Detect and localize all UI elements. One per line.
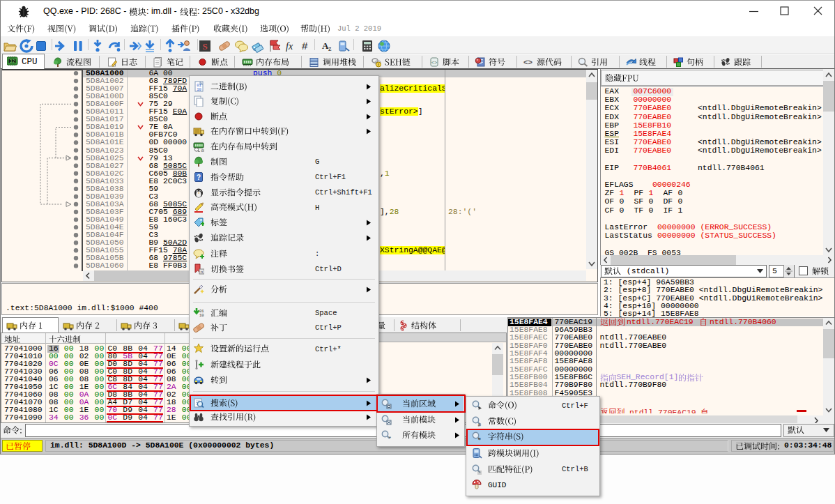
svg-text:10: 10 xyxy=(199,313,204,318)
svg-text:n: n xyxy=(201,270,203,274)
svg-text:fx: fx xyxy=(286,41,293,52)
svg-text:S: S xyxy=(202,41,207,52)
svg-text:32: 32 xyxy=(10,59,15,64)
svg-text:#: # xyxy=(478,421,482,427)
svg-text:10: 10 xyxy=(197,87,201,92)
svg-text:<>: <> xyxy=(523,58,533,66)
svg-text:<>: <> xyxy=(431,60,437,65)
svg-text:*: * xyxy=(389,435,391,441)
svg-text:”: ” xyxy=(478,436,482,443)
svg-text:#: # xyxy=(302,40,308,52)
svg-text:?: ? xyxy=(197,174,201,181)
svg-text:z: z xyxy=(328,45,332,52)
svg-text:@: @ xyxy=(201,148,204,152)
